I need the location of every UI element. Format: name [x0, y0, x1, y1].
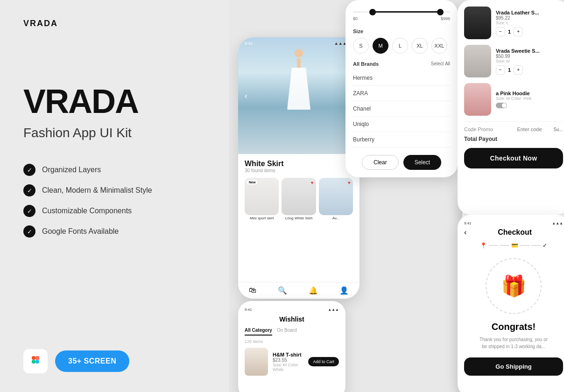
add-to-cart-button[interactable]: Add to Cart	[308, 357, 339, 366]
nav-bell-icon[interactable]: 🔔	[309, 286, 318, 295]
cart-item-info-3: a Pink Hoodie Size: M Color: Pink	[496, 91, 563, 108]
qty-decrease-1[interactable]: −	[496, 27, 505, 36]
screens-button[interactable]: 35+ SCREEN	[55, 350, 129, 372]
bottom-nav: 🛍 🔍 🔔 👤	[238, 282, 360, 299]
tabs-3: All Category On Board	[245, 328, 339, 336]
size-M[interactable]: M	[373, 38, 388, 54]
nav-profile-icon[interactable]: 👤	[339, 286, 349, 295]
select-button[interactable]: Select	[403, 155, 441, 170]
product-item-2[interactable]: ♥ Long White Skirt	[282, 178, 316, 220]
listing-title: White Skirt	[245, 160, 353, 168]
brand-large: VRADA	[23, 84, 205, 118]
wishlist-count-3: 120 Items	[245, 339, 339, 344]
product-item-1[interactable]: New Mini sport skirt	[245, 178, 279, 220]
go-shipping-button[interactable]: Go Shipping	[464, 357, 563, 376]
item-label-3: Av...	[319, 216, 353, 220]
size-XL[interactable]: XL	[412, 38, 428, 54]
svg-rect-0	[32, 356, 35, 360]
slider-thumb-left[interactable]	[369, 9, 376, 15]
feature-label-3: Customizable Components	[42, 207, 132, 215]
cart-item-2: Vrada Sweetie S... $50.99 Size: M − 1 +	[464, 45, 563, 77]
check-icon-1: ✓	[23, 164, 35, 176]
left-section: VRADA VRADA Fashion App UI Kit ✓ Organiz…	[0, 0, 229, 392]
listing-count: 30 found items	[245, 168, 353, 173]
status-bar: 9:41 ▲▲▲ 🔋	[238, 41, 360, 46]
feature-label-4: Google Fonts Available	[42, 227, 119, 236]
gift-area: 🎁	[464, 258, 563, 314]
price-max: $999	[441, 16, 450, 21]
slider-fill	[373, 11, 441, 13]
cart-qty-1: − 1 +	[496, 27, 563, 36]
status-time-6: 9:41	[464, 221, 472, 225]
size-S[interactable]: S	[353, 38, 369, 54]
qty-increase-2[interactable]: +	[514, 65, 523, 75]
status-time: 9:41	[245, 41, 253, 46]
brand-hermes[interactable]: Hermes	[353, 70, 450, 86]
phones-area: 9:41 ▲▲▲ 🔋 ‹ White Skirt 30 found items …	[229, 0, 564, 392]
checkout-progress: 📍 💳 ✓	[464, 242, 563, 249]
feature-label-2: Clean, Modern & Minimalist Style	[42, 186, 152, 195]
total-label: Total Payout	[464, 136, 497, 142]
checkout-header: ‹ Checkout	[464, 228, 563, 237]
figma-button[interactable]	[23, 349, 48, 373]
size-row: S M L XL XXL	[353, 38, 450, 54]
check-icon-4: ✓	[23, 225, 35, 238]
select-all-link[interactable]: Select All	[431, 61, 450, 67]
slider-thumb-right[interactable]	[437, 9, 444, 15]
brand-chanel[interactable]: Chanel	[353, 101, 450, 117]
checkout-title: Checkout	[466, 228, 563, 237]
item-info-3: H&M T-shirt $23.55 Size: M Color: White	[273, 352, 303, 372]
progress-line-1	[489, 245, 498, 246]
tab-on-board[interactable]: On Board	[277, 328, 297, 336]
nav-shop-icon[interactable]: 🛍	[249, 286, 256, 295]
check-icon-3: ✓	[23, 205, 35, 217]
new-badge: New	[247, 180, 257, 184]
phone-product-listing: 9:41 ▲▲▲ 🔋 ‹ White Skirt 30 found items …	[238, 37, 360, 299]
cart-item-meta-3: Size: M Color: Pink	[496, 96, 563, 101]
qty-increase-1[interactable]: +	[514, 27, 523, 36]
size-L[interactable]: L	[392, 38, 408, 54]
promo-label: Code Promo	[464, 126, 493, 132]
promo-submit-button[interactable]: Su...	[553, 127, 563, 132]
phone-cart: Vrada Leather S... $95.22 Size: L − 1 + …	[458, 0, 564, 215]
brand-zara[interactable]: ZARA	[353, 86, 450, 101]
qty-value-1: 1	[508, 29, 511, 35]
product-item-3[interactable]: ♥ Av...	[319, 178, 353, 220]
price-min: $0	[353, 16, 358, 21]
price-slider[interactable]: $0 $999	[353, 11, 450, 21]
product-hero-image: 9:41 ▲▲▲ 🔋 ‹	[238, 37, 360, 154]
cart-item-meta-2: Size: M	[496, 59, 563, 63]
svg-point-3	[35, 360, 39, 364]
total-row: Total Payout	[464, 136, 563, 142]
item-name-3: H&M T-shirt	[273, 352, 303, 357]
svg-point-4	[32, 360, 35, 364]
nav-search-icon[interactable]: 🔍	[278, 286, 287, 295]
size-XXL[interactable]: XXL	[431, 38, 447, 54]
progress-line-4	[531, 245, 541, 246]
heart-icon-3[interactable]: ♥	[348, 180, 351, 185]
status-time-3: 9:41	[245, 308, 252, 312]
item-meta-3: Size: M Color: White	[273, 363, 303, 372]
tab-all-category[interactable]: All Category	[245, 328, 272, 336]
cart-item-info-2: Vrada Sweetie S... $50.99 Size: M − 1 +	[496, 48, 563, 75]
back-icon[interactable]: ‹	[245, 91, 247, 101]
check-icon-step: ✓	[543, 242, 547, 249]
item-label-2: Long White Skirt	[282, 216, 316, 220]
cart-qty-2: − 1 +	[496, 65, 563, 75]
qty-value-2: 1	[508, 67, 511, 73]
checkout-button[interactable]: Checkout Now	[464, 148, 563, 168]
slider-track	[353, 11, 450, 13]
brand-burberry[interactable]: Burberry	[353, 132, 450, 147]
filter-buttons: Clear Select	[353, 155, 450, 170]
heart-icon[interactable]: ♥	[311, 180, 314, 185]
status-bar-6: 9:41 ▲▲▲	[464, 221, 563, 225]
cart-item-price-1: $95.22	[496, 15, 563, 21]
brand-uniqlo[interactable]: Uniqlo	[353, 117, 450, 132]
card-icon-step: 💳	[511, 242, 518, 249]
location-icon-step: 📍	[480, 242, 487, 249]
cart-product-image-2	[464, 45, 491, 77]
qty-decrease-2[interactable]: −	[496, 65, 505, 75]
clear-button[interactable]: Clear	[362, 155, 399, 170]
cart-item-image-3	[245, 348, 268, 376]
promo-input[interactable]	[505, 126, 542, 132]
